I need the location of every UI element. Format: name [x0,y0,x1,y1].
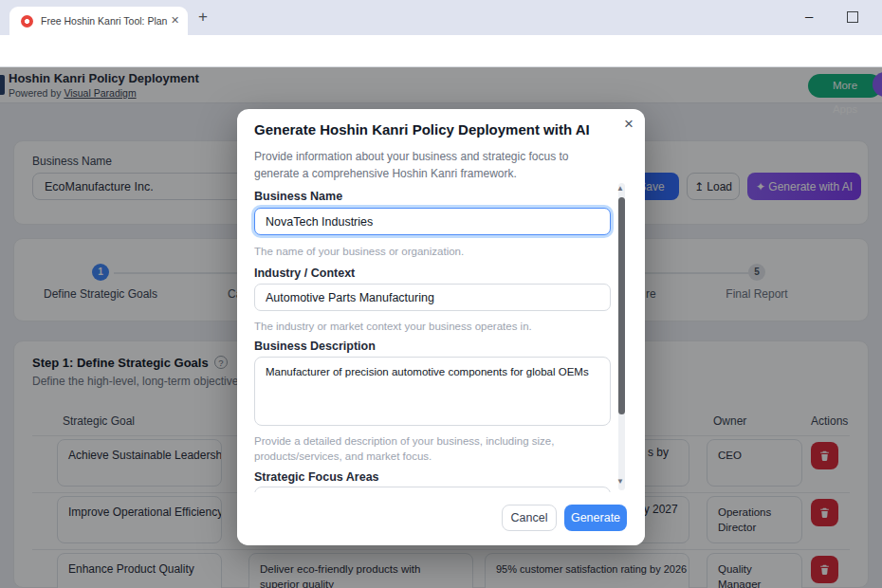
browser-tab[interactable]: Free Hoshin Kanri Tool: Plan & E ✕ [9,7,188,35]
scrollbar-thumb[interactable] [618,197,625,414]
generate-button[interactable]: Generate [564,505,627,531]
window-minimize-button[interactable]: – [805,8,813,24]
cancel-button[interactable]: Cancel [502,505,557,531]
site-favicon-icon [21,15,33,28]
generate-ai-dialog: Generate Hoshin Kanri Policy Deployment … [237,109,645,545]
business-name-input[interactable] [254,208,611,235]
strategic-focus-label: Strategic Focus Areas [254,470,379,484]
scroll-up-icon[interactable]: ▲ [616,184,624,193]
dialog-title: Generate Hoshin Kanri Policy Deployment … [254,121,590,138]
browser-tab-strip: Free Hoshin Kanri Tool: Plan & E ✕ + – [0,0,882,35]
new-tab-button[interactable]: + [198,8,208,27]
business-name-help: The name of your business or organizatio… [254,244,464,259]
browser-toolbar: → ↻ ai-toolbox.visual-paradigm.com/app/h… [0,35,882,67]
business-description-label: Business Description [254,340,376,353]
business-description-help: Provide a detailed description of your b… [254,433,586,464]
dialog-close-icon[interactable]: × [618,115,639,133]
business-name-label: Business Name [254,190,342,203]
scroll-down-icon[interactable]: ▼ [616,477,624,486]
industry-label: Industry / Context [254,266,355,280]
window-maximize-button[interactable] [847,11,858,23]
business-description-textarea[interactable]: Manufacturer of precision automotive com… [254,357,611,426]
industry-input[interactable] [254,284,611,311]
tab-close-icon[interactable]: ✕ [171,14,179,27]
industry-help: The industry or market context your busi… [254,319,532,334]
tab-title: Free Hoshin Kanri Tool: Plan & E [41,15,170,27]
dialog-description: Provide information about your business … [254,148,611,182]
